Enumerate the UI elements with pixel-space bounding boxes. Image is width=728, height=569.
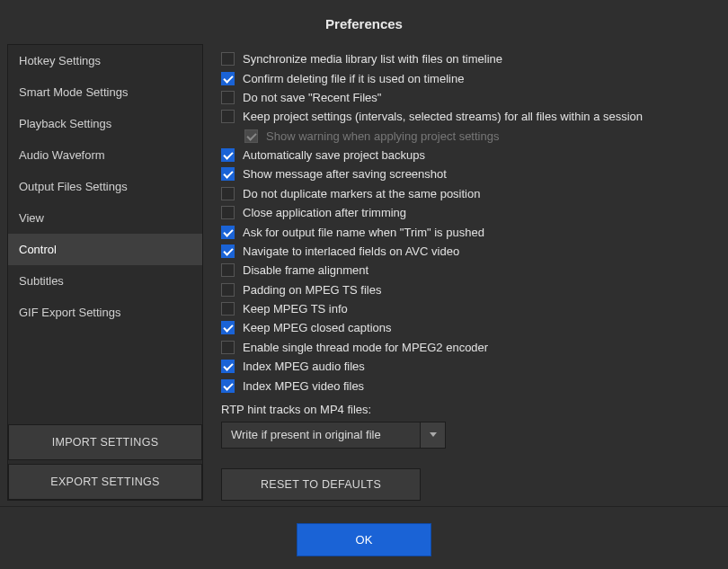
nav-item[interactable]: GIF Export Settings bbox=[8, 297, 202, 328]
checkbox[interactable] bbox=[221, 283, 235, 297]
main-area: Hotkey SettingsSmart Mode SettingsPlayba… bbox=[0, 44, 728, 501]
content-panel: Synchronize media library list with file… bbox=[221, 44, 721, 501]
option-label: Keep project settings (intervals, select… bbox=[243, 110, 643, 123]
option-row: Enable single thread mode for MPEG2 enco… bbox=[221, 338, 721, 357]
option-label: Automatically save project backups bbox=[243, 148, 425, 162]
checkbox[interactable] bbox=[221, 148, 235, 162]
checkbox[interactable] bbox=[221, 72, 235, 85]
checkbox[interactable] bbox=[221, 360, 235, 373]
option-label: Show message after saving screenshot bbox=[243, 167, 447, 181]
export-settings-button[interactable]: EXPORT SETTINGS bbox=[8, 464, 202, 500]
window-title: Preferences bbox=[0, 0, 728, 44]
option-label: Enable single thread mode for MPEG2 enco… bbox=[243, 341, 488, 354]
checkbox[interactable] bbox=[221, 206, 235, 219]
option-row: Index MPEG video files bbox=[221, 376, 721, 395]
checkbox[interactable] bbox=[221, 226, 235, 239]
ok-button[interactable]: OK bbox=[297, 523, 431, 556]
reset-defaults-button[interactable]: RESET TO DEFAULTS bbox=[221, 468, 421, 501]
nav-item[interactable]: Hotkey Settings bbox=[8, 45, 202, 76]
checkbox[interactable] bbox=[221, 167, 235, 181]
option-row: Show message after saving screenshot bbox=[221, 164, 721, 183]
option-row: Disable frame alignment bbox=[221, 261, 721, 280]
nav-item[interactable]: Subtitles bbox=[8, 265, 202, 297]
options-list: Synchronize media library list with file… bbox=[221, 49, 721, 396]
nav-item[interactable]: Control bbox=[8, 234, 202, 265]
checkbox[interactable] bbox=[221, 263, 235, 277]
option-row: Keep MPEG closed captions bbox=[221, 318, 721, 337]
option-row: Padding on MPEG TS files bbox=[221, 280, 721, 299]
rtp-dropdown[interactable]: Write if present in original file bbox=[221, 422, 446, 449]
checkbox[interactable] bbox=[221, 91, 235, 104]
checkbox[interactable] bbox=[221, 187, 235, 200]
nav-item[interactable]: Audio Waveform bbox=[8, 139, 202, 171]
option-row: Ask for output file name when "Trim" is … bbox=[221, 222, 721, 241]
option-label: Ask for output file name when "Trim" is … bbox=[243, 226, 484, 239]
footer: OK bbox=[0, 506, 728, 569]
checkbox[interactable] bbox=[221, 302, 235, 316]
option-label: Disable frame alignment bbox=[243, 263, 368, 277]
option-row: Confirm deleting file if it is used on t… bbox=[221, 68, 721, 87]
option-row: Do not duplicate markers at the same pos… bbox=[221, 184, 721, 203]
option-label: Do not duplicate markers at the same pos… bbox=[243, 187, 480, 200]
checkbox[interactable] bbox=[221, 321, 235, 334]
option-row: Show warning when applying project setti… bbox=[221, 127, 721, 146]
nav-item[interactable]: Output Files Settings bbox=[8, 171, 202, 202]
option-row: Keep project settings (intervals, select… bbox=[221, 107, 721, 126]
option-row: Automatically save project backups bbox=[221, 146, 721, 164]
option-label: Keep MPEG closed captions bbox=[243, 321, 391, 334]
option-label: Close application after trimming bbox=[243, 206, 406, 219]
checkbox[interactable] bbox=[221, 110, 235, 123]
nav-item[interactable]: Smart Mode Settings bbox=[8, 76, 202, 108]
checkbox[interactable] bbox=[221, 52, 235, 66]
checkbox[interactable] bbox=[221, 341, 235, 354]
option-label: Index MPEG audio files bbox=[243, 360, 365, 373]
option-label: Index MPEG video files bbox=[243, 379, 364, 393]
option-label: Padding on MPEG TS files bbox=[243, 283, 381, 297]
option-row: Do not save "Recent Files" bbox=[221, 88, 721, 107]
nav-item[interactable]: Playback Settings bbox=[8, 108, 202, 139]
option-label: Confirm deleting file if it is used on t… bbox=[243, 72, 464, 85]
option-row: Navigate to interlaced fields on AVC vid… bbox=[221, 242, 721, 261]
preferences-window: Preferences Hotkey SettingsSmart Mode Se… bbox=[0, 0, 728, 569]
rtp-dropdown-value: Write if present in original file bbox=[221, 422, 421, 449]
option-row: Index MPEG audio files bbox=[221, 357, 721, 376]
option-label: Show warning when applying project setti… bbox=[266, 129, 499, 143]
rtp-dropdown-label: RTP hint tracks on MP4 files: bbox=[221, 403, 721, 416]
nav-list: Hotkey SettingsSmart Mode SettingsPlayba… bbox=[8, 45, 202, 424]
option-row: Close application after trimming bbox=[221, 203, 721, 222]
option-label: Synchronize media library list with file… bbox=[243, 52, 502, 66]
sidebar: Hotkey SettingsSmart Mode SettingsPlayba… bbox=[7, 44, 203, 501]
option-label: Do not save "Recent Files" bbox=[243, 91, 381, 104]
checkbox[interactable] bbox=[221, 379, 235, 393]
checkbox bbox=[244, 129, 258, 143]
checkbox[interactable] bbox=[221, 244, 235, 258]
sidebar-buttons: IMPORT SETTINGS EXPORT SETTINGS bbox=[8, 424, 202, 500]
import-settings-button[interactable]: IMPORT SETTINGS bbox=[8, 424, 202, 460]
chevron-down-icon[interactable] bbox=[421, 422, 446, 449]
option-row: Synchronize media library list with file… bbox=[221, 49, 721, 68]
nav-item[interactable]: View bbox=[8, 202, 202, 234]
option-label: Keep MPEG TS info bbox=[243, 302, 348, 316]
option-row: Keep MPEG TS info bbox=[221, 299, 721, 318]
option-label: Navigate to interlaced fields on AVC vid… bbox=[243, 244, 459, 258]
